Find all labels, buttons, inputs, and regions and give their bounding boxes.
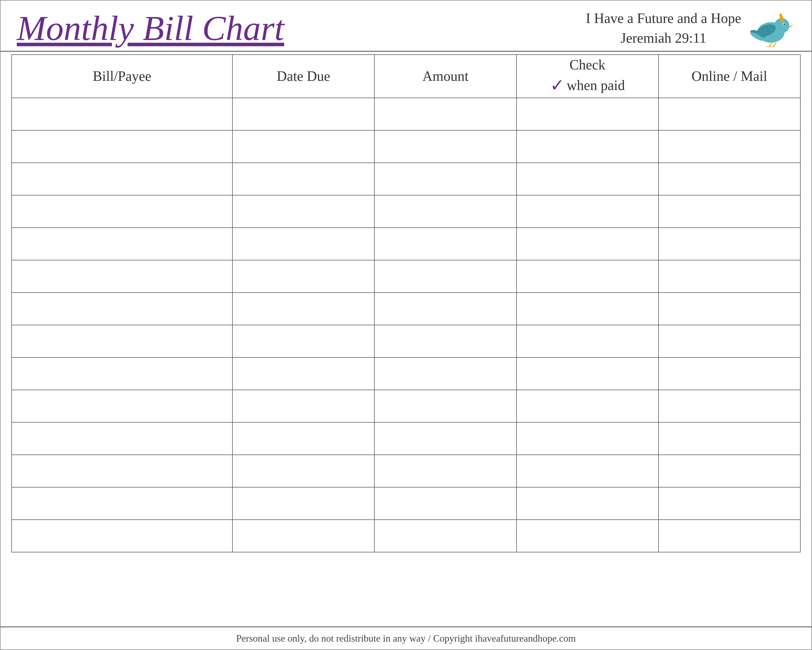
table-cell: [658, 325, 800, 358]
table-cell: [374, 455, 516, 487]
table-row: [12, 520, 800, 552]
table-row: [12, 455, 800, 487]
table-row: [12, 390, 800, 422]
table-cell: [374, 325, 516, 358]
table-cell: [374, 195, 516, 228]
table-cell: [232, 130, 374, 163]
bill-chart-table: Bill/Payee Date Due Amount Check ✓ when …: [11, 54, 801, 552]
table-cell: [517, 98, 658, 130]
table-row: [12, 195, 800, 228]
table-cell: [232, 260, 374, 292]
table-cell: [12, 325, 232, 358]
table-cell: [658, 195, 800, 228]
table-cell: [232, 195, 374, 228]
table-cell: [658, 228, 800, 260]
table-cell: [374, 487, 516, 520]
svg-point-15: [779, 14, 782, 16]
table-cell: [232, 520, 374, 552]
table-cell: [374, 390, 516, 422]
page: Monthly Bill Chart I Have a Future and a…: [0, 0, 812, 650]
table-cell: [12, 130, 232, 163]
col-header-amount: Amount: [374, 55, 516, 98]
table-cell: [12, 195, 232, 228]
table-cell: [374, 163, 516, 195]
footer: Personal use only, do not redistribute i…: [0, 627, 812, 650]
table-cell: [232, 98, 374, 130]
table-cell: [12, 98, 232, 130]
table-cell: [12, 292, 232, 325]
table-cell: [517, 228, 658, 260]
table-cell: [517, 325, 658, 358]
table-cell: [517, 195, 658, 228]
table-cell: [12, 422, 232, 455]
table-cell: [374, 260, 516, 292]
table-cell: [658, 487, 800, 520]
table-cell: [517, 260, 658, 292]
table-cell: [517, 455, 658, 487]
table-cell: [517, 422, 658, 455]
table-cell: [658, 98, 800, 130]
table-cell: [374, 228, 516, 260]
table-row: [12, 292, 800, 325]
table-cell: [517, 163, 658, 195]
table-cell: [232, 325, 374, 358]
tagline-bird-row: I Have a Future and a Hope Jeremiah 29:1…: [586, 9, 795, 48]
svg-point-7: [783, 23, 785, 25]
table-row: [12, 325, 800, 358]
table-cell: [232, 455, 374, 487]
table-cell: [658, 455, 800, 487]
col-header-date: Date Due: [232, 55, 374, 98]
table-cell: [232, 390, 374, 422]
table-row: [12, 260, 800, 292]
col-header-online: Online / Mail: [658, 55, 800, 98]
table-cell: [374, 130, 516, 163]
table-cell: [374, 422, 516, 455]
table-cell: [232, 358, 374, 390]
table-cell: [12, 390, 232, 422]
table-cell: [12, 520, 232, 552]
col-header-check: Check ✓ when paid: [517, 55, 658, 98]
svg-marker-5: [789, 24, 794, 28]
table-cell: [374, 98, 516, 130]
table-row: [12, 422, 800, 455]
table-cell: [658, 358, 800, 390]
check-header-content: Check ✓ when paid: [517, 56, 658, 96]
table-cell: [12, 358, 232, 390]
table-cell: [12, 487, 232, 520]
table-row: [12, 358, 800, 390]
table-header-row: Bill/Payee Date Due Amount Check ✓ when …: [12, 55, 800, 98]
table-cell: [12, 228, 232, 260]
col-header-bill: Bill/Payee: [12, 55, 232, 98]
table-cell: [658, 422, 800, 455]
table-cell: [12, 260, 232, 292]
header: Monthly Bill Chart I Have a Future and a…: [0, 0, 812, 52]
bird-icon: [746, 9, 795, 47]
table-cell: [374, 358, 516, 390]
svg-line-9: [774, 43, 776, 47]
table-cell: [658, 520, 800, 552]
table-cell: [517, 292, 658, 325]
tagline-text: I Have a Future and a Hope Jeremiah 29:1…: [586, 9, 741, 48]
table-cell: [12, 163, 232, 195]
table-row: [12, 98, 800, 130]
table-row: [12, 130, 800, 163]
footer-text: Personal use only, do not redistribute i…: [236, 633, 576, 644]
table-row: [12, 487, 800, 520]
table-cell: [658, 130, 800, 163]
table-cell: [658, 260, 800, 292]
table-cell: [232, 422, 374, 455]
table-cell: [658, 390, 800, 422]
table-cell: [658, 163, 800, 195]
table-body: [12, 98, 800, 552]
table-row: [12, 163, 800, 195]
table-cell: [232, 292, 374, 325]
table-cell: [232, 487, 374, 520]
table-row: [12, 228, 800, 260]
table-cell: [517, 487, 658, 520]
table-cell: [517, 130, 658, 163]
table-cell: [12, 455, 232, 487]
table-cell: [374, 520, 516, 552]
table-cell: [232, 228, 374, 260]
table-cell: [374, 292, 516, 325]
table-container: Bill/Payee Date Due Amount Check ✓ when …: [0, 54, 812, 627]
